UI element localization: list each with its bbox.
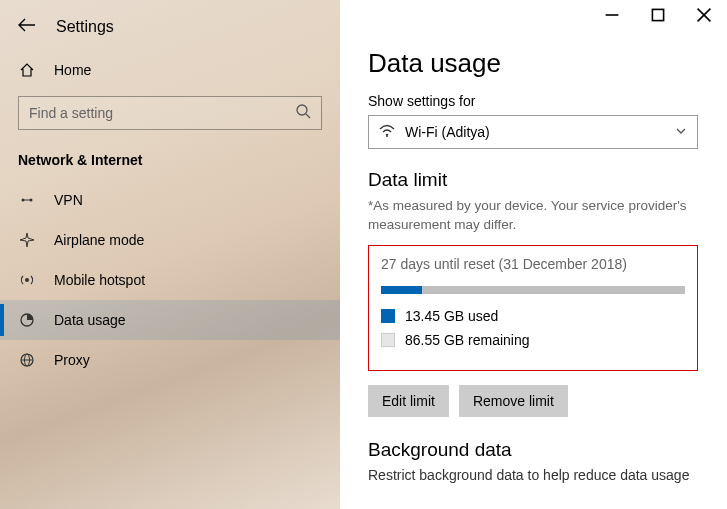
maximize-button[interactable] [635, 0, 681, 30]
sidebar-item-label: Airplane mode [54, 232, 144, 248]
data-limit-disclaimer: *As measured by your device. Your servic… [368, 197, 699, 235]
limit-buttons: Edit limit Remove limit [368, 385, 699, 417]
proxy-icon [18, 352, 36, 368]
svg-point-9 [25, 278, 29, 282]
data-usage-icon [18, 312, 36, 328]
search-icon [295, 103, 311, 123]
background-data-title: Background data [368, 439, 699, 461]
page-title: Data usage [368, 48, 699, 79]
search-input[interactable] [29, 105, 295, 121]
data-limit-title: Data limit [368, 169, 699, 191]
data-limit-highlight-box: 27 days until reset (31 December 2018) 1… [368, 245, 698, 371]
svg-point-4 [297, 105, 307, 115]
window-controls [589, 0, 727, 30]
sidebar-item-hotspot[interactable]: Mobile hotspot [0, 260, 340, 300]
usage-progress-fill [381, 286, 422, 294]
hotspot-icon [18, 272, 36, 288]
sidebar-item-proxy[interactable]: Proxy [0, 340, 340, 380]
reset-countdown: 27 days until reset (31 December 2018) [381, 256, 685, 272]
edit-limit-button[interactable]: Edit limit [368, 385, 449, 417]
close-button[interactable] [681, 0, 727, 30]
sidebar-section-header: Network & Internet [0, 146, 340, 180]
sidebar-item-airplane[interactable]: Airplane mode [0, 220, 340, 260]
remaining-swatch [381, 333, 395, 347]
sidebar-item-label: Proxy [54, 352, 90, 368]
minimize-button[interactable] [589, 0, 635, 30]
svg-point-14 [386, 135, 388, 137]
network-selected-label: Wi-Fi (Aditya) [405, 124, 490, 140]
remove-limit-button[interactable]: Remove limit [459, 385, 568, 417]
sidebar: Settings Home Network & Internet VPN [0, 0, 340, 509]
legend-used: 13.45 GB used [381, 308, 685, 324]
sidebar-item-label: VPN [54, 192, 83, 208]
home-label: Home [54, 62, 91, 78]
svg-rect-1 [652, 9, 663, 20]
settings-window: Settings Home Network & Internet VPN [0, 0, 727, 509]
remaining-label: 86.55 GB remaining [405, 332, 530, 348]
search-box[interactable] [18, 96, 322, 130]
sidebar-home[interactable]: Home [0, 52, 340, 88]
used-swatch [381, 309, 395, 323]
legend-remaining: 86.55 GB remaining [381, 332, 685, 348]
wifi-icon [379, 124, 395, 141]
app-title: Settings [56, 18, 114, 36]
airplane-icon [18, 232, 36, 248]
show-settings-label: Show settings for [368, 93, 699, 109]
network-dropdown[interactable]: Wi-Fi (Aditya) [368, 115, 698, 149]
used-label: 13.45 GB used [405, 308, 498, 324]
sidebar-item-label: Data usage [54, 312, 126, 328]
svg-line-5 [306, 114, 310, 118]
sidebar-item-vpn[interactable]: VPN [0, 180, 340, 220]
main-content: Data usage Show settings for Wi-Fi (Adit… [340, 0, 727, 509]
background-data-description: Restrict background data to help reduce … [368, 467, 699, 483]
sidebar-item-label: Mobile hotspot [54, 272, 145, 288]
back-button[interactable] [18, 18, 36, 36]
usage-progress-bar [381, 286, 685, 294]
home-icon [18, 62, 36, 78]
sidebar-item-data-usage[interactable]: Data usage [0, 300, 340, 340]
vpn-icon [18, 192, 36, 208]
chevron-down-icon [675, 123, 687, 141]
